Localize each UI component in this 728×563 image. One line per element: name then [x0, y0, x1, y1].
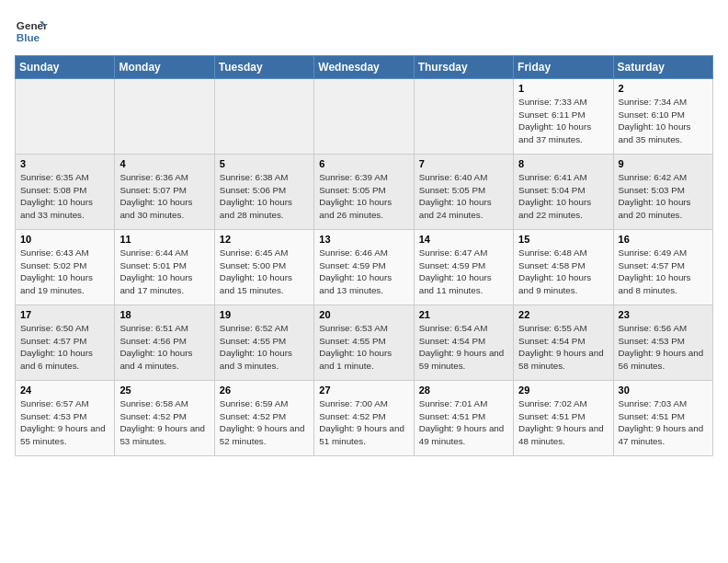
calendar-cell: 17Sunrise: 6:50 AM Sunset: 4:57 PM Dayli… — [16, 305, 115, 381]
day-number: 20 — [319, 309, 408, 320]
day-number: 1 — [518, 83, 608, 94]
calendar-cell — [16, 79, 115, 155]
calendar-cell: 26Sunrise: 6:59 AM Sunset: 4:52 PM Dayli… — [214, 381, 313, 456]
weekday-header: Monday — [115, 56, 214, 79]
day-number: 13 — [319, 234, 408, 245]
day-info: Sunrise: 6:53 AM Sunset: 4:55 PM Dayligh… — [319, 322, 408, 373]
calendar-cell: 2Sunrise: 7:34 AM Sunset: 6:10 PM Daylig… — [613, 79, 712, 155]
day-info: Sunrise: 6:46 AM Sunset: 4:59 PM Dayligh… — [319, 247, 408, 297]
day-number: 4 — [119, 158, 209, 169]
day-number: 24 — [20, 385, 109, 396]
day-info: Sunrise: 6:55 AM Sunset: 4:54 PM Dayligh… — [518, 322, 608, 373]
day-number: 8 — [518, 158, 608, 169]
calendar-cell: 28Sunrise: 7:01 AM Sunset: 4:51 PM Dayli… — [414, 381, 513, 456]
calendar-cell: 8Sunrise: 6:41 AM Sunset: 5:04 PM Daylig… — [514, 155, 613, 230]
calendar-cell: 20Sunrise: 6:53 AM Sunset: 4:55 PM Dayli… — [314, 305, 414, 381]
day-number: 25 — [119, 385, 209, 396]
day-number: 14 — [419, 234, 508, 245]
day-number: 18 — [119, 309, 209, 320]
calendar-cell: 27Sunrise: 7:00 AM Sunset: 4:52 PM Dayli… — [314, 381, 414, 456]
day-info: Sunrise: 7:01 AM Sunset: 4:51 PM Dayligh… — [419, 397, 508, 448]
day-number: 27 — [319, 385, 408, 396]
calendar-cell: 25Sunrise: 6:58 AM Sunset: 4:52 PM Dayli… — [115, 381, 214, 456]
calendar-cell: 5Sunrise: 6:38 AM Sunset: 5:06 PM Daylig… — [214, 155, 313, 230]
calendar-cell: 1Sunrise: 7:33 AM Sunset: 6:11 PM Daylig… — [514, 79, 613, 155]
calendar-cell: 9Sunrise: 6:42 AM Sunset: 5:03 PM Daylig… — [613, 155, 712, 230]
calendar-week-row: 1Sunrise: 7:33 AM Sunset: 6:11 PM Daylig… — [16, 79, 713, 155]
day-number: 29 — [518, 385, 608, 396]
weekday-header: Friday — [514, 56, 613, 79]
day-number: 22 — [518, 309, 608, 320]
day-number: 28 — [419, 385, 508, 396]
day-info: Sunrise: 6:47 AM Sunset: 4:59 PM Dayligh… — [419, 247, 508, 297]
calendar-cell: 19Sunrise: 6:52 AM Sunset: 4:55 PM Dayli… — [214, 305, 313, 381]
day-number: 30 — [619, 385, 708, 396]
calendar-cell: 22Sunrise: 6:55 AM Sunset: 4:54 PM Dayli… — [514, 305, 613, 381]
calendar-cell: 30Sunrise: 7:03 AM Sunset: 4:51 PM Dayli… — [613, 381, 712, 456]
day-number: 21 — [419, 309, 508, 320]
day-info: Sunrise: 6:48 AM Sunset: 4:58 PM Dayligh… — [518, 247, 608, 297]
weekday-header: Tuesday — [214, 56, 313, 79]
day-info: Sunrise: 7:02 AM Sunset: 4:51 PM Dayligh… — [518, 397, 608, 448]
day-info: Sunrise: 6:39 AM Sunset: 5:05 PM Dayligh… — [319, 171, 408, 222]
calendar-week-row: 17Sunrise: 6:50 AM Sunset: 4:57 PM Dayli… — [16, 305, 713, 381]
day-info: Sunrise: 6:41 AM Sunset: 5:04 PM Dayligh… — [518, 171, 608, 222]
calendar-cell — [115, 79, 214, 155]
day-info: Sunrise: 6:45 AM Sunset: 5:00 PM Dayligh… — [220, 247, 309, 297]
calendar-cell: 21Sunrise: 6:54 AM Sunset: 4:54 PM Dayli… — [414, 305, 513, 381]
calendar-cell: 3Sunrise: 6:35 AM Sunset: 5:08 PM Daylig… — [16, 155, 115, 230]
day-number: 10 — [20, 234, 109, 245]
day-info: Sunrise: 6:51 AM Sunset: 4:56 PM Dayligh… — [119, 322, 209, 373]
calendar-cell: 14Sunrise: 6:47 AM Sunset: 4:59 PM Dayli… — [414, 230, 513, 305]
day-number: 7 — [419, 158, 508, 169]
calendar-cell: 13Sunrise: 6:46 AM Sunset: 4:59 PM Dayli… — [314, 230, 414, 305]
day-info: Sunrise: 6:49 AM Sunset: 4:57 PM Dayligh… — [619, 247, 708, 297]
day-info: Sunrise: 7:00 AM Sunset: 4:52 PM Dayligh… — [319, 397, 408, 448]
day-number: 23 — [619, 309, 708, 320]
day-info: Sunrise: 6:52 AM Sunset: 4:55 PM Dayligh… — [220, 322, 309, 373]
day-info: Sunrise: 7:33 AM Sunset: 6:11 PM Dayligh… — [518, 96, 608, 146]
day-number: 11 — [119, 234, 209, 245]
calendar-cell: 16Sunrise: 6:49 AM Sunset: 4:57 PM Dayli… — [613, 230, 712, 305]
calendar-cell: 4Sunrise: 6:36 AM Sunset: 5:07 PM Daylig… — [115, 155, 214, 230]
day-info: Sunrise: 6:59 AM Sunset: 4:52 PM Dayligh… — [220, 397, 309, 448]
day-info: Sunrise: 6:57 AM Sunset: 4:53 PM Dayligh… — [20, 397, 109, 448]
day-number: 5 — [220, 158, 309, 169]
calendar-cell: 6Sunrise: 6:39 AM Sunset: 5:05 PM Daylig… — [314, 155, 414, 230]
day-info: Sunrise: 6:58 AM Sunset: 4:52 PM Dayligh… — [119, 397, 209, 448]
calendar-cell: 12Sunrise: 6:45 AM Sunset: 5:00 PM Dayli… — [214, 230, 313, 305]
day-number: 12 — [220, 234, 309, 245]
weekday-header-row: SundayMondayTuesdayWednesdayThursdayFrid… — [16, 56, 713, 79]
day-number: 6 — [319, 158, 408, 169]
day-info: Sunrise: 7:03 AM Sunset: 4:51 PM Dayligh… — [619, 397, 708, 448]
calendar-cell: 10Sunrise: 6:43 AM Sunset: 5:02 PM Dayli… — [16, 230, 115, 305]
day-number: 17 — [20, 309, 109, 320]
day-number: 16 — [619, 234, 708, 245]
weekday-header: Thursday — [414, 56, 513, 79]
calendar-cell: 15Sunrise: 6:48 AM Sunset: 4:58 PM Dayli… — [514, 230, 613, 305]
svg-text:General: General — [17, 19, 48, 31]
day-info: Sunrise: 6:50 AM Sunset: 4:57 PM Dayligh… — [20, 322, 109, 373]
day-info: Sunrise: 6:43 AM Sunset: 5:02 PM Dayligh… — [20, 247, 109, 297]
day-number: 9 — [619, 158, 708, 169]
logo: General Blue — [15, 15, 48, 48]
svg-text:Blue: Blue — [17, 31, 40, 43]
day-info: Sunrise: 6:42 AM Sunset: 5:03 PM Dayligh… — [619, 171, 708, 222]
calendar-table: SundayMondayTuesdayWednesdayThursdayFrid… — [15, 55, 713, 456]
calendar-cell — [214, 79, 313, 155]
calendar-cell: 11Sunrise: 6:44 AM Sunset: 5:01 PM Dayli… — [115, 230, 214, 305]
header: General Blue — [15, 15, 713, 48]
day-info: Sunrise: 6:35 AM Sunset: 5:08 PM Dayligh… — [20, 171, 109, 222]
calendar-week-row: 24Sunrise: 6:57 AM Sunset: 4:53 PM Dayli… — [16, 381, 713, 456]
day-info: Sunrise: 7:34 AM Sunset: 6:10 PM Dayligh… — [619, 96, 708, 146]
weekday-header: Wednesday — [314, 56, 414, 79]
calendar-week-row: 3Sunrise: 6:35 AM Sunset: 5:08 PM Daylig… — [16, 155, 713, 230]
day-number: 2 — [619, 83, 708, 94]
day-info: Sunrise: 6:56 AM Sunset: 4:53 PM Dayligh… — [619, 322, 708, 373]
calendar-cell: 23Sunrise: 6:56 AM Sunset: 4:53 PM Dayli… — [613, 305, 712, 381]
logo-icon: General Blue — [15, 15, 48, 48]
day-info: Sunrise: 6:36 AM Sunset: 5:07 PM Dayligh… — [119, 171, 209, 222]
day-number: 15 — [518, 234, 608, 245]
day-info: Sunrise: 6:40 AM Sunset: 5:05 PM Dayligh… — [419, 171, 508, 222]
calendar-cell: 7Sunrise: 6:40 AM Sunset: 5:05 PM Daylig… — [414, 155, 513, 230]
